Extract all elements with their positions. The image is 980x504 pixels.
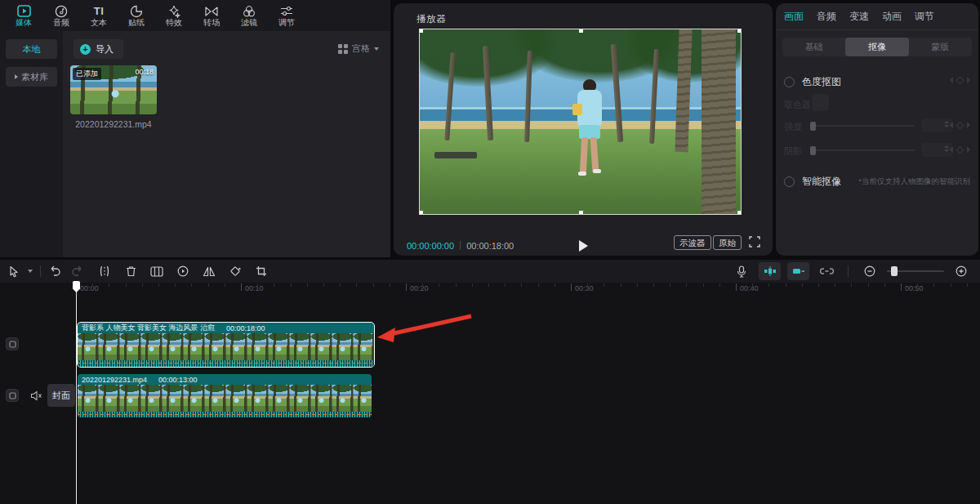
tool-text[interactable]: TI 文本 bbox=[82, 1, 116, 30]
grid-layout-selector[interactable]: 宫格 bbox=[338, 42, 379, 55]
smart-cutout-checkbox[interactable] bbox=[784, 176, 795, 187]
keyframe-controls[interactable] bbox=[950, 146, 970, 153]
split-button[interactable] bbox=[94, 262, 115, 280]
media-sidebar: 本地 素材库 bbox=[0, 31, 63, 257]
shadow-value-box[interactable] bbox=[921, 143, 952, 157]
chroma-key-checkbox[interactable] bbox=[784, 77, 795, 87]
timeline-ruler[interactable]: 00:00 00:10 00:20 00:30 00:40 00:50 bbox=[0, 283, 980, 296]
timeline-clip-overlay[interactable]: 背影系 人物美女 背影美女 海边风景 治愈 00:00:18:00 bbox=[78, 323, 374, 367]
transition-icon bbox=[204, 5, 219, 18]
sidebar-item-local[interactable]: 本地 bbox=[6, 39, 57, 59]
reverse-button[interactable] bbox=[172, 262, 194, 280]
transform-handle[interactable] bbox=[737, 29, 742, 33]
play-button[interactable] bbox=[574, 237, 592, 255]
playhead-line[interactable] bbox=[76, 283, 77, 504]
palm-trunk-foreground bbox=[702, 29, 736, 215]
color-picker-label: 取色器 bbox=[784, 99, 811, 111]
media-clip-thumbnail[interactable]: 已添加 00:18 bbox=[70, 65, 157, 114]
total-time: 00:00:18:00 bbox=[466, 241, 514, 251]
tab-speed[interactable]: 变速 bbox=[849, 10, 869, 24]
transform-handle[interactable] bbox=[579, 29, 583, 33]
clip-duration: 00:00:18:00 bbox=[226, 324, 265, 332]
main-track-magnet-toggle[interactable] bbox=[759, 262, 781, 280]
strength-value-box[interactable] bbox=[921, 118, 952, 132]
tool-audio[interactable]: 音频 bbox=[44, 1, 78, 30]
shadow-slider-handle[interactable] bbox=[810, 146, 816, 155]
auto-snap-toggle[interactable] bbox=[787, 262, 809, 280]
timeline-toolbar-right bbox=[731, 262, 972, 280]
cover-button[interactable]: 封面 bbox=[47, 384, 75, 407]
transform-handle[interactable] bbox=[579, 211, 583, 215]
tool-label: 音频 bbox=[53, 19, 69, 27]
mirror-button[interactable] bbox=[198, 262, 220, 280]
zoom-out-button[interactable] bbox=[859, 262, 880, 280]
tool-label: 调节 bbox=[278, 19, 295, 27]
layout-label: 宫格 bbox=[352, 42, 370, 55]
subtab-cutout[interactable]: 抠像 bbox=[845, 38, 908, 56]
tab-picture[interactable]: 画面 bbox=[784, 10, 804, 24]
redo-button[interactable] bbox=[66, 262, 87, 280]
tool-label: 文本 bbox=[91, 19, 107, 27]
transform-handle[interactable] bbox=[419, 29, 423, 33]
clip-audio-waveform bbox=[78, 412, 372, 417]
app-window: 媒体 音频 TI 文本 贴纸 特效 bbox=[0, 0, 980, 504]
adjust-icon bbox=[279, 5, 294, 18]
ruler-label: 00:50 bbox=[905, 284, 924, 292]
strength-slider-handle[interactable] bbox=[810, 122, 816, 131]
record-voiceover-button[interactable] bbox=[731, 262, 752, 280]
mute-track-button[interactable] bbox=[29, 389, 42, 402]
track-toggle-button[interactable] bbox=[6, 337, 19, 350]
chevron-right-icon bbox=[15, 74, 18, 79]
subtab-basic[interactable]: 基础 bbox=[782, 38, 845, 56]
select-tool-button[interactable] bbox=[3, 262, 24, 280]
transform-handle[interactable] bbox=[737, 211, 742, 215]
sidebar-item-material-library[interactable]: 素材库 bbox=[6, 67, 57, 87]
strength-slider[interactable] bbox=[810, 125, 915, 127]
tab-audio[interactable]: 音频 bbox=[817, 10, 836, 24]
media-icon bbox=[16, 5, 31, 18]
sidebar-item-label: 本地 bbox=[23, 43, 41, 56]
tool-filter[interactable]: 滤镜 bbox=[232, 1, 266, 30]
zoom-slider-handle[interactable] bbox=[891, 266, 898, 276]
current-time: 00:00:00:00 bbox=[407, 241, 454, 251]
tool-effects[interactable]: 特效 bbox=[157, 1, 191, 30]
fullscreen-button[interactable] bbox=[749, 236, 760, 250]
select-tool-dropdown[interactable] bbox=[24, 262, 36, 280]
import-button[interactable]: + 导入 bbox=[74, 39, 123, 59]
crop-button[interactable] bbox=[251, 262, 272, 280]
scope-button[interactable]: 示波器 bbox=[674, 235, 711, 250]
tool-media[interactable]: 媒体 bbox=[7, 1, 41, 30]
stepper-icons[interactable] bbox=[944, 145, 949, 152]
clip-title: 202201292231.mp4 bbox=[82, 376, 147, 384]
undo-button[interactable] bbox=[45, 262, 66, 280]
stepper-icons[interactable] bbox=[944, 121, 949, 127]
timeline-area[interactable]: 00:00 00:10 00:20 00:30 00:40 00:50 封面 背… bbox=[0, 283, 980, 504]
bench bbox=[434, 152, 477, 158]
timeline-clip-main[interactable]: 202201292231.mp4 00:00:13:00 bbox=[78, 374, 372, 417]
tool-sticker[interactable]: 贴纸 bbox=[119, 1, 154, 30]
timecode: 00:00:00:00 00:00:18:00 bbox=[407, 241, 514, 251]
inspector-panel: 画面 音频 变速 动画 调节 基础 抠像 蒙版 色度抠图 取色器 强度 bbox=[776, 3, 978, 256]
video-preview[interactable] bbox=[419, 29, 742, 215]
original-ratio-button[interactable]: 原始 bbox=[713, 235, 742, 250]
linkage-toggle[interactable] bbox=[816, 262, 837, 280]
freeze-frame-button[interactable] bbox=[146, 262, 167, 280]
keyframe-controls[interactable] bbox=[950, 122, 970, 128]
subtab-mask[interactable]: 蒙版 bbox=[909, 38, 972, 56]
delete-button[interactable] bbox=[120, 262, 141, 280]
tool-adjust[interactable]: 调节 bbox=[270, 1, 304, 30]
timecode-divider bbox=[460, 241, 461, 250]
tab-adjust[interactable]: 调节 bbox=[915, 10, 934, 24]
smart-cutout-note: *当前仅支持人物图像的智能识别 bbox=[858, 176, 970, 187]
zoom-in-button[interactable] bbox=[951, 262, 972, 280]
rotate-button[interactable] bbox=[225, 262, 246, 280]
media-clip-card[interactable]: 已添加 00:18 202201292231.mp4 bbox=[70, 65, 160, 129]
tool-transition[interactable]: 转场 bbox=[194, 1, 229, 30]
timeline-zoom-slider[interactable] bbox=[887, 270, 944, 272]
tab-animation[interactable]: 动画 bbox=[882, 10, 902, 24]
track-toggle-button[interactable] bbox=[6, 389, 19, 402]
transform-handle[interactable] bbox=[419, 211, 423, 215]
color-picker-swatch[interactable] bbox=[812, 94, 829, 111]
shadow-slider[interactable] bbox=[810, 149, 915, 151]
keyframe-controls[interactable] bbox=[950, 77, 970, 83]
